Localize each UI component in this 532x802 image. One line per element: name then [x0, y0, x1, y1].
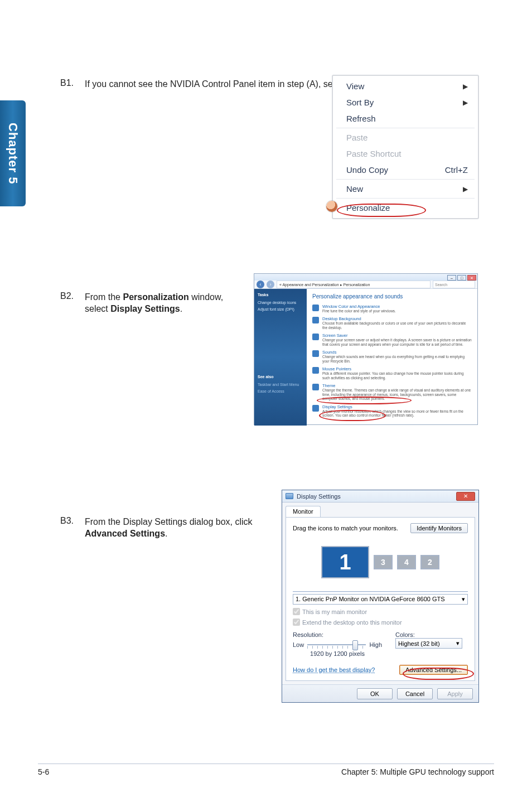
step-num: B3.: [60, 516, 85, 526]
colors-select[interactable]: Highest (32 bit)▾: [395, 638, 462, 649]
personalization-item[interactable]: Screen SaverChange your screen saver or …: [312, 333, 472, 346]
item-title: Desktop Background: [322, 316, 472, 321]
menu-label: Sort By: [346, 98, 374, 107]
item-icon: [312, 305, 319, 311]
step-text: From the Display Settings dialog box, cl…: [85, 516, 263, 540]
identify-monitors-button[interactable]: Identify Monitors: [410, 523, 468, 533]
personalization-item[interactable]: Display SettingsAdjust your monitor reso…: [312, 404, 472, 418]
monitor-1[interactable]: 1: [321, 546, 369, 578]
checkbox-input: [293, 608, 300, 615]
divider: [293, 591, 468, 592]
help-link[interactable]: How do I get the best display?: [293, 666, 375, 673]
personalization-item[interactable]: Window Color and AppearanceFine tune the…: [312, 304, 472, 313]
txt-a: From the: [85, 292, 123, 302]
menu-personalize[interactable]: Personalize: [333, 200, 478, 216]
item-title: Display Settings: [322, 404, 472, 409]
close-button[interactable]: ✕: [467, 275, 476, 281]
window-titlebar: – □ ✕: [254, 274, 477, 281]
item-title: Theme: [322, 383, 472, 388]
close-button[interactable]: ✕: [456, 492, 475, 501]
menu-separator: [336, 198, 475, 199]
page-footer: 5-6 Chapter 5: Multiple GPU technology s…: [38, 764, 494, 776]
txt-a: From the Display Settings dialog box, cl…: [85, 517, 253, 526]
item-desc: Choose from available backgrounds or col…: [322, 321, 472, 330]
breadcrumb[interactable]: « Appearance and Personalization ▸ Perso…: [277, 281, 431, 288]
tab-monitor[interactable]: Monitor: [286, 506, 321, 517]
advanced-settings-button[interactable]: Advanced Settings...: [399, 665, 468, 675]
menu-sort-by[interactable]: Sort By▶: [333, 94, 478, 110]
monitor-2[interactable]: 2: [420, 555, 439, 569]
address-bar: ‹ › « Appearance and Personalization ▸ P…: [254, 281, 477, 289]
item-title: Sounds: [322, 350, 472, 355]
menu-undo-copy[interactable]: Undo CopyCtrl+Z: [333, 162, 478, 178]
apply-button: Apply: [437, 688, 473, 699]
sidebar-link[interactable]: Ease of Access: [258, 389, 303, 394]
item-title: Mouse Pointers: [322, 366, 472, 371]
chevron-down-icon: ▾: [456, 640, 460, 647]
submenu-arrow-icon: ▶: [463, 185, 468, 193]
tasks-sidebar: Tasks Change desktop icons Adjust font s…: [254, 289, 307, 426]
dialog-buttons: OK Cancel Apply: [282, 684, 478, 702]
item-desc: Change which sounds are heard when you d…: [322, 355, 472, 363]
monitor-icon: [286, 493, 293, 499]
nav-forward-button[interactable]: ›: [267, 281, 274, 288]
minimize-button[interactable]: –: [447, 275, 456, 281]
txt-bold1: Personalization: [123, 292, 188, 302]
ok-button[interactable]: OK: [357, 688, 393, 699]
sidebar-link[interactable]: Taskbar and Start Menu: [258, 382, 303, 388]
item-desc: Pick a different mouse pointer. You can …: [322, 371, 472, 380]
txt-a: If you cannot see the NVIDIA Control Pan…: [85, 79, 349, 89]
chapter-side-tab: Chapter 5: [0, 100, 26, 206]
txt-bold2: Display Settings: [110, 304, 180, 313]
colors-column: Colors: Highest (32 bit)▾: [395, 631, 468, 657]
resolution-slider[interactable]: Low High: [293, 640, 382, 649]
sidebar-link[interactable]: Adjust font size (DPI): [258, 307, 303, 312]
nav-back-button[interactable]: ‹: [257, 281, 264, 288]
personalization-item[interactable]: Mouse PointersPick a different mouse poi…: [312, 366, 472, 380]
search-input[interactable]: Search: [433, 281, 475, 288]
slider-high: High: [369, 641, 382, 648]
slider-low: Low: [293, 641, 304, 648]
personalization-item[interactable]: SoundsChange which sounds are heard when…: [312, 350, 472, 363]
dialog-titlebar: Display Settings ✕: [282, 490, 478, 503]
slider-track[interactable]: [307, 640, 366, 649]
sidebar-see-also: See also: [258, 374, 303, 380]
monitor-arrangement[interactable]: 1 3 4 2: [293, 539, 468, 586]
personalization-window: – □ ✕ ‹ › « Appearance and Personalizati…: [254, 273, 478, 425]
slider-thumb[interactable]: [352, 640, 358, 650]
cancel-button[interactable]: Cancel: [397, 688, 433, 699]
menu-paste: Paste: [333, 129, 478, 146]
personalization-item[interactable]: ThemeChange the theme. Themes can change…: [312, 383, 472, 400]
maximize-button[interactable]: □: [457, 275, 466, 281]
menu-separator: [336, 128, 475, 128]
resolution-label: Resolution:: [293, 631, 382, 638]
item-icon: [312, 367, 319, 374]
colors-label: Colors:: [395, 631, 468, 638]
checkbox-main-monitor: This is my main monitor: [293, 608, 468, 615]
menu-label: View: [346, 81, 364, 91]
item-desc: Change the theme. Themes can change a wi…: [322, 388, 472, 400]
step-num: B2.: [60, 291, 85, 301]
item-icon: [312, 350, 319, 357]
item-icon: [312, 405, 319, 412]
menu-new[interactable]: New▶: [333, 181, 478, 197]
sidebar-link[interactable]: Change desktop icons: [258, 300, 303, 306]
item-icon: [312, 334, 319, 340]
chapter-label: Chapter 5: Multiple GPU technology suppo…: [341, 767, 494, 776]
txt-bold: Advanced Settings: [85, 529, 165, 538]
menu-refresh[interactable]: Refresh: [333, 110, 478, 127]
menu-view[interactable]: View▶: [333, 78, 478, 94]
desktop-context-menu: View▶ Sort By▶ Refresh Paste Paste Short…: [332, 75, 479, 219]
chevron-down-icon: ▾: [462, 596, 465, 603]
personalize-icon: [326, 201, 337, 212]
item-title: Window Color and Appearance: [322, 304, 472, 309]
menu-separator: [336, 179, 475, 180]
monitor-select[interactable]: 1. Generic PnP Monitor on NVIDIA GeForce…: [293, 594, 468, 605]
monitor-4[interactable]: 4: [397, 555, 416, 569]
dialog-panel: Drag the icons to match your monitors. I…: [286, 517, 475, 681]
item-title: Screen Saver: [322, 333, 472, 338]
checkbox-label: This is my main monitor: [302, 608, 367, 615]
personalization-item[interactable]: Desktop BackgroundChoose from available …: [312, 316, 472, 330]
monitor-3[interactable]: 3: [374, 555, 393, 569]
sidebar-header: Tasks: [258, 292, 303, 298]
